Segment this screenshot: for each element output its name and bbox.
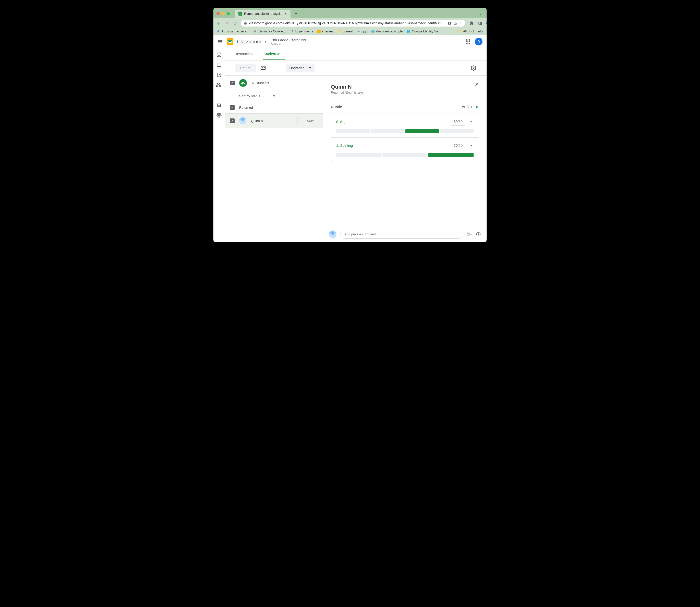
criterion-score-input[interactable]: 30/50 [451,118,466,126]
sort-label: Sort by status [239,94,261,98]
sort-dropdown[interactable]: Sort by status ▾ [225,90,323,102]
breadcrumb[interactable]: 10th Grade Literature! Period 3 [270,38,306,45]
class-subtitle: Period 3 [270,42,306,45]
private-comment-input[interactable] [340,230,463,239]
level-segment-selected[interactable] [406,129,439,133]
minimize-window-icon[interactable] [222,12,225,15]
side-panel-icon[interactable] [478,21,483,26]
bookmark-star-icon[interactable]: ☆ [459,21,462,25]
tabs-dropdown-icon[interactable]: ⌄ [479,12,483,16]
student-row[interactable]: ✓ Quinn N Draft [225,113,323,128]
assignment-settings-icon[interactable] [471,65,476,71]
classroom-logo-icon[interactable] [227,38,233,45]
calendar-icon[interactable] [217,62,222,67]
bookmarks-bar: GApps with access… ⚙Settings - Cookie… ⚗… [213,28,487,35]
maximize-window-icon[interactable] [227,12,230,15]
all-students-icon [239,79,247,87]
dropdown-arrow-icon: ▾ [309,66,311,70]
dropdown-arrow-icon: ▾ [273,94,275,98]
svg-point-5 [219,114,220,116]
classroom-favicon-icon: ▭ [239,12,242,16]
help-icon[interactable] [476,232,481,237]
bookmark-apps[interactable]: GApps with access… [217,29,249,33]
chevron-down-icon[interactable] [469,120,474,124]
class-title: 10th Grade Literature! [270,38,306,42]
bookmark-current[interactable]: 📁current [338,29,353,33]
side-nav: ▸ [213,48,225,242]
student-avatar-icon [239,117,246,124]
browser-tab[interactable]: ▭ Romeo and Juliet analysis. ✕ [235,10,290,18]
share-icon[interactable] [453,21,457,25]
tab-instructions[interactable]: Instructions [235,48,255,60]
close-window-icon[interactable] [217,12,220,15]
install-app-icon[interactable] [448,21,451,25]
app-name[interactable]: Classroom [237,39,262,45]
student-detail-pane: ✕ Quinn N Returned (See history) Rubric … [323,76,487,242]
criterion-name[interactable]: 0: Argument [336,120,356,124]
people-icon[interactable]: ▸ [217,82,221,87]
settings-icon[interactable] [217,112,222,118]
rubric-total-score: 50/70 [462,105,472,109]
level-segment[interactable] [383,153,428,157]
window-controls [217,12,230,15]
extensions-icon[interactable] [469,21,474,26]
tab-close-icon[interactable]: ✕ [284,12,287,16]
reload-button[interactable] [233,21,237,26]
level-segment[interactable] [336,153,382,157]
chevron-down-icon[interactable] [469,143,474,148]
back-button[interactable] [217,21,221,26]
breadcrumb-separator: › [265,39,266,44]
expand-rubric-icon[interactable] [475,105,479,109]
svg-rect-1 [480,22,481,24]
level-segment[interactable] [336,129,370,133]
main-menu-icon[interactable] [218,39,223,44]
level-segment-selected[interactable] [428,153,474,157]
email-icon[interactable] [261,65,266,71]
app-header: Classroom › 10th Grade Literature! Perio… [213,35,487,48]
send-icon[interactable] [467,231,472,237]
profile-avatar[interactable]: D [486,21,487,26]
new-tab-button[interactable]: + [292,10,300,17]
submission-status[interactable]: Returned (See history) [331,91,479,95]
grade-filter-dropdown[interactable]: Ungraded ▾ [286,64,314,72]
select-section-checkbox[interactable]: ✓ [230,105,234,110]
comment-avatar-icon [329,230,336,238]
archive-icon[interactable] [217,102,222,107]
student-name: Quinn N [251,119,263,123]
svg-rect-2 [217,63,221,66]
select-student-checkbox[interactable]: ✓ [230,119,234,123]
criterion-argument: 0: Argument 30/50 [331,114,479,137]
criterion-score-input[interactable]: 20/20 [451,142,466,149]
tab-title: Romeo and Juliet analysis. [244,12,282,16]
toolbar: Return Ungraded ▾ [225,61,487,76]
section-label: Returned [239,106,253,109]
user-avatar[interactable]: D [475,38,482,45]
url-bar[interactable]: classroom.google.com/u/0/c/NjEyMDI4ODIxM… [241,20,466,26]
todo-icon[interactable] [217,72,222,77]
google-apps-icon[interactable] [466,39,470,44]
home-icon[interactable] [217,52,222,57]
tab-student-work[interactable]: Student work [263,48,286,60]
bookmark-discovery[interactable]: 🌐discovery example [371,29,403,33]
close-panel-icon[interactable]: ✕ [475,81,479,87]
return-button[interactable]: Return [235,64,256,72]
select-all-checkbox[interactable]: ✓ [230,81,234,85]
level-segment[interactable] [440,129,474,133]
criterion-level-bar[interactable] [336,129,474,133]
bookmark-identity[interactable]: 🌐Google Identity Se… [407,29,441,33]
bookmark-experiments[interactable]: ⚗Experiments [290,29,313,33]
criterion-spelling: 1: Spelling 20/20 [331,137,479,161]
all-students-row[interactable]: ✓ All students [225,76,323,90]
criterion-level-bar[interactable] [336,153,474,157]
level-segment[interactable] [371,129,405,133]
bookmark-gcp[interactable]: APIgcp [357,29,367,33]
lock-icon [244,21,247,25]
bookmark-classes[interactable]: Classes [317,29,333,33]
all-students-label: All students [251,81,269,85]
private-comment-row [323,226,487,242]
bookmark-settings[interactable]: ⚙Settings - Cookie… [253,29,286,33]
forward-button[interactable] [225,21,229,26]
url-text: classroom.google.com/u/0/c/NjEyMDI4ODIxM… [249,21,446,25]
criterion-name[interactable]: 1: Spelling [336,144,353,148]
bookmark-all[interactable]: 📁All Bookmarks [458,29,483,33]
